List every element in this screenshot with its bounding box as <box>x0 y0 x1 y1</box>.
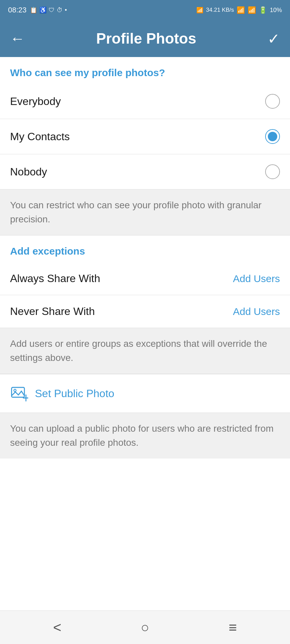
option-mycontacts[interactable]: My Contacts <box>0 119 290 154</box>
nav-home-button[interactable]: ○ <box>134 616 156 639</box>
status-bar-left: 08:23 📋 ♿ 🛡 ⏱ • <box>8 6 67 14</box>
battery-icon: 🔋 <box>259 6 267 14</box>
confirm-button[interactable]: ✓ <box>268 30 280 47</box>
option-everybody[interactable]: Everybody <box>0 84 290 119</box>
network-icon: 📶 <box>196 7 203 14</box>
status-bar: 08:23 📋 ♿ 🛡 ⏱ • 📶 34.21 KB/s 📶 📶 🔋 10% <box>0 0 290 20</box>
back-button[interactable]: ← <box>10 30 25 47</box>
option-mycontacts-label: My Contacts <box>10 130 70 143</box>
never-share-label: Never Share With <box>10 305 95 318</box>
never-share-add-button[interactable]: Add Users <box>233 306 280 317</box>
dot-icon: • <box>65 7 67 14</box>
info-block-2: Add users or entire groups as exceptions… <box>0 328 290 374</box>
data-speed: 34.21 KB/s <box>206 7 234 13</box>
content-area: Who can see my profile photos? Everybody… <box>0 57 290 610</box>
wifi-icon: 📶 <box>237 6 245 14</box>
section-add-exceptions-label: Add exceptions <box>0 235 290 262</box>
signal-icon: 📶 <box>248 6 256 14</box>
battery-level: 10% <box>270 7 282 14</box>
msg-icon: 📋 <box>30 6 37 14</box>
option-everybody-label: Everybody <box>10 95 61 108</box>
timer-icon: ⏱ <box>57 7 63 14</box>
set-public-photo-icon <box>10 384 28 402</box>
nav-back-button[interactable]: < <box>46 616 68 639</box>
always-share-label: Always Share With <box>10 272 100 285</box>
svg-point-1 <box>14 389 16 392</box>
radio-nobody[interactable] <box>265 164 280 179</box>
set-public-photo-row[interactable]: Set Public Photo <box>0 374 290 413</box>
accessibility-icon: ♿ <box>39 6 47 14</box>
option-nobody-label: Nobody <box>10 166 47 178</box>
action-never-share: Never Share With Add Users <box>0 295 290 328</box>
status-time: 08:23 <box>8 6 27 14</box>
status-icons: 📋 ♿ 🛡 ⏱ • <box>30 6 67 14</box>
nav-bar: < ○ ≡ <box>0 610 290 644</box>
always-share-add-button[interactable]: Add Users <box>233 273 280 284</box>
info-block-3: You can upload a public photo for users … <box>0 413 290 459</box>
nav-menu-button[interactable]: ≡ <box>222 616 244 639</box>
app-header: ← Profile Photos ✓ <box>0 20 290 57</box>
action-always-share: Always Share With Add Users <box>0 262 290 295</box>
vpn-icon: 🛡 <box>49 7 55 14</box>
option-nobody[interactable]: Nobody <box>0 154 290 189</box>
set-public-photo-label[interactable]: Set Public Photo <box>35 387 114 400</box>
status-bar-right: 📶 34.21 KB/s 📶 📶 🔋 10% <box>196 6 282 14</box>
section-who-can-see-label: Who can see my profile photos? <box>0 57 290 84</box>
radio-everybody[interactable] <box>265 94 280 109</box>
info-block-1: You can restrict who can see your profil… <box>0 189 290 235</box>
radio-mycontacts[interactable] <box>265 129 280 144</box>
page-title: Profile Photos <box>96 30 196 47</box>
